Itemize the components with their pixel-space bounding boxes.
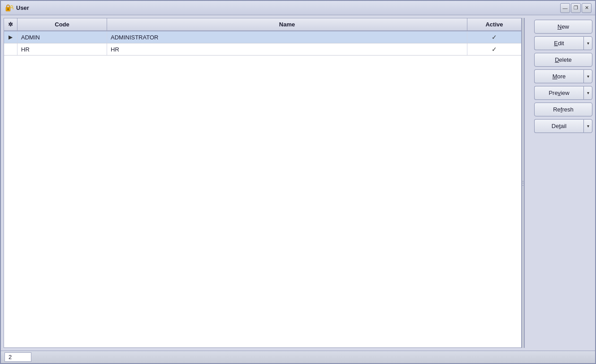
refresh-underline: Refresh: [553, 106, 574, 113]
title-bar: User — ❐ ✕: [1, 1, 595, 15]
new-button[interactable]: New: [534, 20, 592, 34]
cell-active: ✓: [467, 43, 521, 55]
main-window: User — ❐ ✕ ✲ Code Name Active: [0, 0, 596, 364]
data-grid: ✲ Code Name Active ▶ ADMIN ADMINISTRATOR: [4, 18, 522, 348]
edit-button[interactable]: Edit: [534, 36, 583, 50]
content-area: ✲ Code Name Active ▶ ADMIN ADMINISTRATOR: [1, 15, 595, 351]
header-code: Code: [17, 18, 107, 30]
cell-active: ✓: [467, 31, 521, 43]
table-row[interactable]: ▶ ADMIN ADMINISTRATOR ✓: [4, 31, 521, 43]
checkmark-icon: ✓: [492, 46, 497, 53]
detail-dropdown-button[interactable]: ▾: [583, 119, 592, 133]
checkmark-icon: ✓: [492, 34, 497, 41]
more-underline: More: [553, 73, 566, 80]
more-button[interactable]: More: [534, 69, 583, 83]
delete-button-group: Delete: [534, 53, 592, 67]
cell-code: HR: [17, 43, 107, 55]
new-underline: New: [557, 23, 569, 30]
preview-dropdown-button[interactable]: ▾: [583, 86, 592, 100]
cell-name: HR: [107, 43, 467, 55]
scrollbar[interactable]: [524, 18, 531, 348]
restore-button[interactable]: ❐: [571, 3, 581, 13]
detail-button[interactable]: Detail: [534, 119, 583, 133]
delete-button[interactable]: Delete: [534, 53, 592, 67]
close-button[interactable]: ✕: [582, 3, 592, 13]
header-indicator: ✲: [4, 18, 17, 30]
status-bar: 2: [1, 351, 595, 363]
refresh-button-group: Refresh: [534, 103, 592, 116]
grid-header: ✲ Code Name Active: [4, 18, 521, 31]
table-row[interactable]: HR HR ✓: [4, 43, 521, 56]
svg-line-4: [13, 8, 13, 9]
record-count: 2: [4, 352, 31, 362]
window-title: User: [16, 4, 29, 11]
svg-rect-2: [8, 9, 9, 10]
svg-point-3: [11, 5, 13, 8]
window-icon: [4, 4, 13, 13]
edit-dropdown-button[interactable]: ▾: [583, 36, 592, 50]
header-name: Name: [107, 18, 467, 30]
preview-underline: Preview: [548, 90, 569, 96]
window-controls: — ❐ ✕: [560, 3, 592, 13]
row-indicator: [4, 43, 17, 55]
preview-button[interactable]: Preview: [534, 86, 583, 100]
preview-button-group: Preview ▾: [534, 86, 592, 100]
delete-underline: Delete: [555, 56, 572, 63]
more-dropdown-button[interactable]: ▾: [583, 69, 592, 83]
cell-code: ADMIN: [17, 31, 107, 43]
header-active: Active: [467, 18, 521, 30]
edit-underline: Edit: [554, 40, 564, 47]
detail-underline: Detail: [552, 123, 566, 129]
detail-button-group: Detail ▾: [534, 119, 592, 133]
edit-button-group: Edit ▾: [534, 36, 592, 50]
action-buttons: New Edit ▾ Delete More ▾: [534, 18, 592, 348]
new-button-group: New: [534, 20, 592, 34]
cell-name: ADMINISTRATOR: [107, 31, 467, 43]
title-left: User: [4, 4, 29, 13]
refresh-button[interactable]: Refresh: [534, 103, 592, 116]
more-button-group: More ▾: [534, 69, 592, 83]
grid-body: ▶ ADMIN ADMINISTRATOR ✓ HR HR: [4, 31, 521, 347]
minimize-button[interactable]: —: [560, 3, 570, 13]
row-indicator: ▶: [4, 31, 17, 43]
